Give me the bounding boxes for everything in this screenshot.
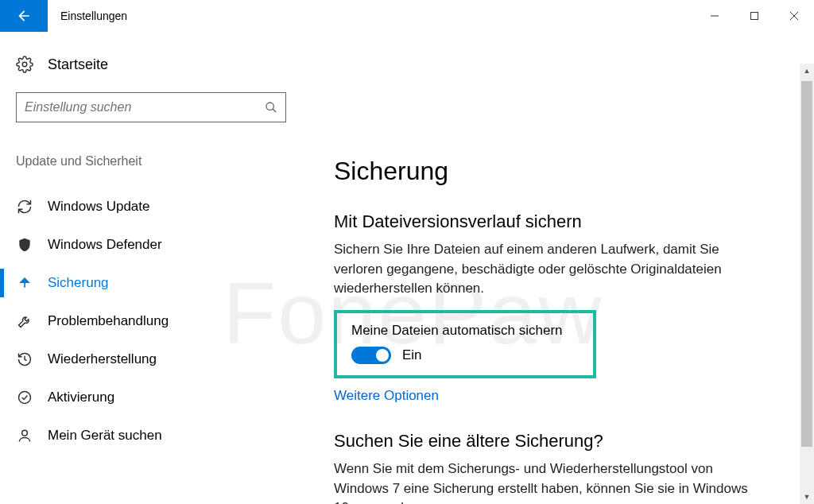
home-label: Startseite xyxy=(48,56,108,73)
nav-label: Windows Update xyxy=(48,199,150,215)
back-button[interactable] xyxy=(0,0,48,32)
section-desc: Sichern Sie Ihre Dateien auf einem ander… xyxy=(334,240,763,299)
page-title: Sicherung xyxy=(334,157,790,186)
svg-point-7 xyxy=(19,392,31,404)
wrench-icon xyxy=(16,312,33,330)
svg-line-6 xyxy=(273,109,276,112)
nav-item-windows-defender[interactable]: Windows Defender xyxy=(0,226,270,264)
search-icon xyxy=(257,101,285,114)
nav-label: Problembehandlung xyxy=(48,313,169,329)
gear-icon xyxy=(16,56,33,73)
title-bar: Einstellungen xyxy=(0,0,814,32)
scroll-up[interactable]: ▲ xyxy=(800,64,814,78)
nav-item-windows-update[interactable]: Windows Update xyxy=(0,188,270,226)
arrow-left-icon xyxy=(16,8,32,24)
find-device-icon xyxy=(16,427,33,444)
nav-label: Wiederherstellung xyxy=(48,351,157,367)
scroll-down[interactable]: ▼ xyxy=(800,490,814,504)
category-heading: Update und Sicherheit xyxy=(16,154,270,169)
nav-label: Mein Gerät suchen xyxy=(48,428,162,444)
nav-item-wiederherstellung[interactable]: Wiederherstellung xyxy=(0,340,270,378)
toggle-label: Meine Dateien automatisch sichern xyxy=(351,323,579,339)
section-title: Suchen Sie eine ältere Sicherung? xyxy=(334,431,790,452)
search-box[interactable] xyxy=(16,92,286,122)
svg-point-4 xyxy=(22,62,27,67)
sync-icon xyxy=(16,198,33,215)
scroll-thumb[interactable] xyxy=(801,81,812,447)
nav-item-mein-geraet-suchen[interactable]: Mein Gerät suchen xyxy=(0,417,270,455)
history-icon xyxy=(16,351,33,368)
nav-label: Aktivierung xyxy=(48,390,114,405)
shield-icon xyxy=(16,236,33,254)
nav-item-aktivierung[interactable]: Aktivierung xyxy=(0,378,270,417)
nav-item-problembehandlung[interactable]: Problembehandlung xyxy=(0,302,270,340)
nav-label: Windows Defender xyxy=(48,237,162,253)
highlight-box: Meine Dateien automatisch sichern Ein xyxy=(334,310,596,378)
toggle-state: Ein xyxy=(402,347,422,363)
nav-label: Sicherung xyxy=(48,275,109,291)
svg-rect-1 xyxy=(751,13,758,20)
svg-point-5 xyxy=(266,103,273,110)
main-content: FonePaw Sicherung Mit Dateiversionsverla… xyxy=(286,32,814,504)
minimize-button[interactable] xyxy=(695,0,735,32)
nav-item-sicherung[interactable]: Sicherung xyxy=(0,264,270,302)
check-circle-icon xyxy=(16,389,33,406)
search-input[interactable] xyxy=(17,100,257,114)
sidebar: Startseite Update und Sicherheit Windows… xyxy=(0,32,286,504)
window-title: Einstellungen xyxy=(60,10,127,22)
maximize-button[interactable] xyxy=(735,0,774,32)
section-desc: Wenn Sie mit dem Sicherungs- und Wiederh… xyxy=(334,459,763,504)
auto-backup-toggle[interactable] xyxy=(351,347,391,364)
backup-arrow-icon xyxy=(16,274,33,292)
section-title: Mit Dateiversionsverlauf sichern xyxy=(334,211,790,232)
window-controls xyxy=(695,0,814,32)
close-button[interactable] xyxy=(774,0,814,32)
more-options-link[interactable]: Weitere Optionen xyxy=(334,388,439,404)
svg-point-8 xyxy=(22,430,28,436)
home-link[interactable]: Startseite xyxy=(16,56,270,73)
scrollbar[interactable]: ▲ ▼ xyxy=(800,64,814,504)
nav-list: Windows Update Windows Defender Sicherun… xyxy=(0,188,270,455)
